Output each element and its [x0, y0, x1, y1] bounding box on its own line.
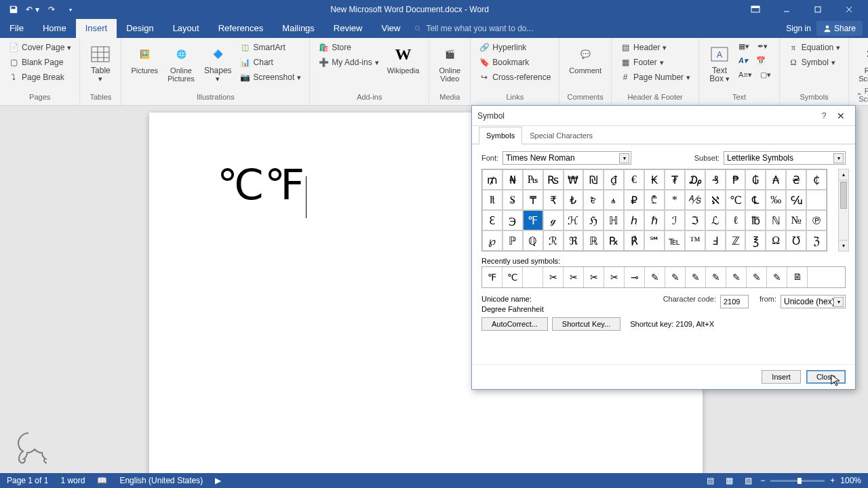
- symbol-cell[interactable]: ℨ: [806, 230, 827, 251]
- symbol-cell[interactable]: ℒ: [705, 210, 726, 230]
- symbol-cell[interactable]: ₵: [806, 169, 827, 190]
- page-number-button[interactable]: #Page Number ▾: [617, 70, 693, 84]
- symbol-cell[interactable]: ₱: [726, 169, 746, 190]
- undo-icon[interactable]: ↶ ▾: [26, 3, 39, 16]
- symbol-cell[interactable]: ℤ: [726, 230, 746, 251]
- comment-button[interactable]: 💬Comment: [565, 41, 606, 77]
- symbol-cell[interactable]: ₷: [502, 190, 523, 210]
- symbol-cell[interactable]: ₲: [745, 169, 766, 190]
- symbol-cell[interactable]: ℧: [786, 230, 806, 251]
- symbol-cell[interactable]: ‰: [766, 190, 786, 210]
- recent-symbol-cell[interactable]: ✎: [767, 267, 787, 287]
- print-layout-icon[interactable]: ▦: [722, 475, 736, 486]
- symbol-scrollbar[interactable]: ▴▾: [838, 169, 849, 251]
- dialog-tab-special[interactable]: Special Characters: [522, 127, 600, 144]
- online-video-button[interactable]: 🎬Online Video: [435, 41, 465, 85]
- minimize-icon[interactable]: [773, 1, 800, 18]
- symbol-cell[interactable]: ℌ: [583, 210, 604, 230]
- tab-insert[interactable]: Insert: [76, 19, 117, 38]
- status-language[interactable]: English (United States): [119, 476, 203, 485]
- table-button[interactable]: Table▾: [85, 41, 115, 85]
- symbol-cell[interactable]: ₶: [482, 190, 502, 210]
- bookmark-button[interactable]: 🔖Bookmark: [476, 56, 553, 69]
- symbol-cell[interactable]: ℙ: [502, 230, 523, 251]
- status-page[interactable]: Page 1 of 1: [7, 476, 48, 485]
- tab-design[interactable]: Design: [117, 19, 163, 38]
- ribbon-options-icon[interactable]: [742, 1, 769, 18]
- symbol-cell[interactable]: ₼: [604, 190, 624, 210]
- symbol-cell[interactable]: ₸: [523, 190, 543, 210]
- tab-home[interactable]: Home: [33, 19, 76, 38]
- symbol-cell[interactable]: ₴: [786, 169, 806, 190]
- chart-button[interactable]: 📊Chart: [237, 56, 304, 69]
- symbol-cell[interactable]: ₥: [482, 169, 502, 190]
- tab-file[interactable]: File: [0, 19, 33, 38]
- symbol-cell[interactable]: ℈: [502, 210, 523, 230]
- shapes-button[interactable]: 🔷Shapes▾: [200, 41, 236, 85]
- symbol-cell[interactable]: ℄: [745, 190, 766, 210]
- symbol-cell[interactable]: ℛ: [543, 230, 564, 251]
- status-words[interactable]: 1 word: [60, 476, 85, 485]
- symbol-cell[interactable]: ℟: [624, 230, 644, 251]
- hyperlink-button[interactable]: 🔗Hyperlink: [476, 41, 553, 54]
- symbol-cell[interactable]: ₻: [583, 190, 604, 210]
- insert-button[interactable]: Insert: [762, 370, 801, 384]
- from-combo[interactable]: Unicode (hex)▾: [781, 295, 846, 308]
- qat-customize-icon[interactable]: ▾: [64, 3, 77, 16]
- wordart-icon[interactable]: A▾: [736, 55, 751, 66]
- symbol-cell[interactable]: №: [786, 210, 806, 230]
- symbol-cell[interactable]: ℜ: [564, 230, 584, 251]
- smartart-button[interactable]: ◫SmartArt: [237, 41, 304, 54]
- save-icon[interactable]: [7, 3, 20, 16]
- cover-page-button[interactable]: 📄Cover Page ▾: [5, 41, 74, 54]
- symbol-cell[interactable]: ₳: [766, 169, 786, 190]
- symbol-cell[interactable]: ℵ: [705, 190, 726, 210]
- collapse-ribbon-icon[interactable]: ⌃: [856, 92, 863, 101]
- signature-icon[interactable]: ✒▾: [755, 41, 770, 52]
- symbol-cell[interactable]: ℚ: [523, 230, 543, 251]
- store-button[interactable]: 🛍️Store: [315, 41, 381, 54]
- symbol-cell[interactable]: Ω: [766, 230, 786, 251]
- date-time-icon[interactable]: 📅: [753, 55, 768, 66]
- recent-symbol-cell[interactable]: ✎: [665, 267, 686, 287]
- sign-in-link[interactable]: Sign in: [786, 24, 811, 33]
- symbol-cell[interactable]: ℃: [726, 190, 746, 210]
- screenshot-button[interactable]: 📷Screenshot ▾: [237, 70, 304, 84]
- symbol-cell[interactable]: Ⅎ: [705, 230, 726, 251]
- zoom-level[interactable]: 100%: [840, 476, 861, 485]
- symbol-cell[interactable]: ₩: [564, 169, 584, 190]
- macro-icon[interactable]: ▶: [215, 476, 221, 485]
- symbol-cell[interactable]: ℕ: [766, 210, 786, 230]
- recent-symbol-cell[interactable]: ✂: [604, 267, 625, 287]
- close-icon[interactable]: [835, 1, 863, 18]
- share-button[interactable]: Share: [816, 21, 863, 36]
- symbol-cell[interactable]: ℎ: [624, 210, 644, 230]
- zoom-in-icon[interactable]: +: [830, 476, 835, 485]
- symbol-cell[interactable]: ℆: [786, 190, 806, 210]
- cross-reference-button[interactable]: ↪Cross-reference: [476, 70, 553, 84]
- quick-parts-icon[interactable]: ▦▾: [736, 41, 752, 52]
- symbol-cell[interactable]: ⅍: [685, 190, 705, 210]
- symbol-cell[interactable]: ₺: [564, 190, 584, 210]
- subset-combo[interactable]: Letterlike Symbols▾: [724, 151, 846, 165]
- shortcut-key-button[interactable]: Shortcut Key...: [552, 317, 620, 331]
- symbol-cell[interactable]: [806, 190, 827, 210]
- symbol-cell[interactable]: ℠: [644, 230, 665, 251]
- zoom-slider[interactable]: [770, 480, 825, 482]
- symbol-cell[interactable]: ℘: [482, 230, 502, 251]
- close-button[interactable]: Close: [806, 370, 846, 384]
- recent-symbol-cell[interactable]: ✎: [706, 267, 726, 287]
- symbol-cell[interactable]: ℊ: [543, 210, 564, 230]
- spellcheck-icon[interactable]: 📖: [97, 476, 107, 485]
- char-code-input[interactable]: [720, 295, 749, 308]
- symbol-button[interactable]: ΩSymbol ▾: [785, 56, 843, 69]
- page-break-button[interactable]: ⤵Page Break: [5, 70, 74, 84]
- header-button[interactable]: ▤Header ▾: [617, 41, 693, 54]
- recent-symbol-cell[interactable]: ✎: [726, 267, 747, 287]
- dialog-close-icon[interactable]: ✕: [832, 110, 850, 121]
- symbol-cell[interactable]: ₧: [523, 169, 543, 190]
- object-icon[interactable]: ▢▾: [757, 69, 774, 81]
- recent-symbol-cell[interactable]: ✎: [747, 267, 767, 287]
- symbol-cell[interactable]: ₪: [583, 169, 604, 190]
- full-screen-button[interactable]: ⛶Full Screen: [854, 41, 868, 85]
